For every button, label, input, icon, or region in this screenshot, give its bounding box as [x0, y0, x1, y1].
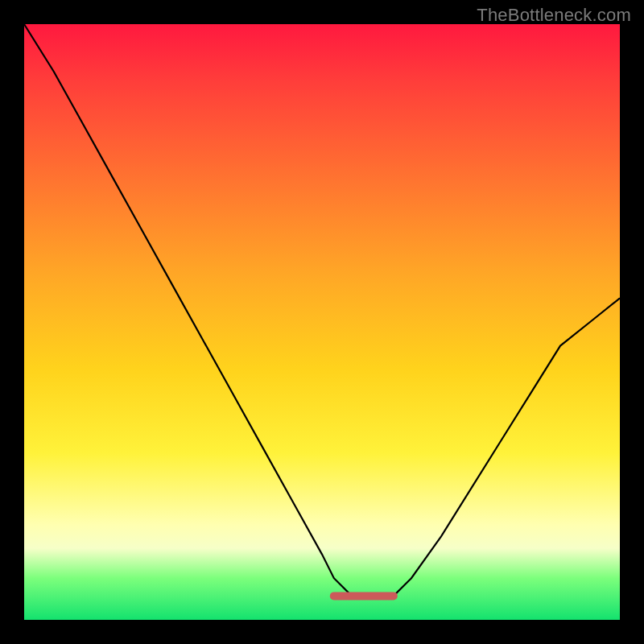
- curve-path: [24, 24, 620, 596]
- curve-svg: [24, 24, 620, 620]
- plot-area: [24, 24, 620, 620]
- watermark-text: TheBottleneck.com: [477, 5, 631, 26]
- chart-stage: TheBottleneck.com: [0, 0, 644, 644]
- bottleneck-curve: [24, 24, 620, 596]
